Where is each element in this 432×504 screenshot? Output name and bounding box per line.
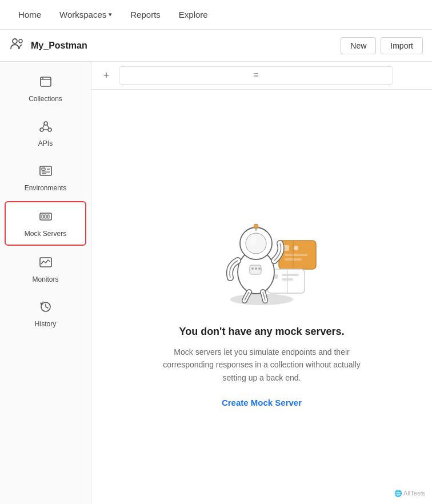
- sidebar-item-apis[interactable]: APIs: [5, 112, 86, 154]
- import-button[interactable]: Import: [381, 37, 423, 54]
- main-layout: Collections APIs: [0, 62, 432, 504]
- astronaut-illustration: [199, 186, 325, 312]
- add-tab-button[interactable]: +: [98, 67, 114, 83]
- nav-explore[interactable]: Explore: [170, 5, 217, 24]
- svg-line-6: [42, 125, 44, 129]
- mock-servers-icon: [38, 209, 53, 226]
- sidebar-item-environments[interactable]: Environments: [5, 157, 86, 199]
- monitors-label: Monitors: [32, 275, 58, 283]
- nav-home[interactable]: Home: [9, 5, 50, 24]
- sidebar-item-history[interactable]: History: [5, 293, 86, 335]
- sidebar-item-mock-servers[interactable]: Mock Servers: [5, 201, 86, 246]
- svg-line-7: [47, 125, 49, 129]
- svg-point-40: [255, 267, 257, 270]
- svg-point-35: [250, 236, 257, 245]
- svg-rect-29: [282, 274, 299, 276]
- history-icon: [38, 299, 53, 317]
- monitors-icon: [38, 255, 53, 272]
- mock-servers-label: Mock Servers: [25, 230, 66, 238]
- environments-label: Environments: [25, 184, 66, 192]
- svg-point-5: [48, 128, 51, 131]
- apis-label: APIs: [38, 139, 53, 147]
- svg-rect-16: [45, 215, 46, 218]
- workspace-actions: New Import: [341, 37, 423, 54]
- chevron-down-icon: ▾: [109, 11, 112, 18]
- svg-rect-15: [42, 215, 43, 218]
- svg-rect-2: [41, 77, 51, 86]
- history-label: History: [35, 320, 56, 328]
- svg-rect-24: [285, 254, 307, 256]
- svg-point-3: [44, 122, 47, 125]
- workspace-name: My_Postman: [31, 41, 87, 51]
- apis-icon: [38, 119, 53, 136]
- empty-description: Mock servers let you simulate endpoints …: [153, 346, 370, 384]
- svg-point-34: [246, 233, 266, 254]
- sidebar-item-collections[interactable]: Collections: [5, 67, 86, 110]
- svg-rect-10: [42, 168, 45, 170]
- sidebar-item-monitors[interactable]: Monitors: [5, 248, 86, 290]
- workspace-icon: [9, 36, 25, 55]
- svg-point-41: [258, 267, 261, 270]
- svg-point-0: [13, 39, 17, 43]
- svg-point-4: [40, 128, 43, 131]
- new-button[interactable]: New: [341, 37, 376, 54]
- svg-point-23: [294, 246, 298, 250]
- content-area: + ≡: [91, 62, 432, 504]
- empty-title: You don't have any mock servers.: [179, 326, 344, 338]
- svg-rect-17: [47, 215, 49, 218]
- watermark-icon: 🌐: [394, 490, 403, 497]
- nav-reports[interactable]: Reports: [121, 5, 170, 24]
- tab-bar: + ≡: [91, 62, 432, 90]
- sidebar: Collections APIs: [0, 62, 91, 504]
- filter-bar[interactable]: ≡: [119, 66, 393, 85]
- collections-icon: [38, 74, 53, 91]
- filter-icon: ≡: [253, 70, 258, 81]
- workspace-info: My_Postman: [9, 36, 87, 55]
- watermark: 🌐 AllTests: [394, 490, 425, 497]
- workspace-header: My_Postman New Import: [0, 30, 432, 62]
- environments-icon: [38, 163, 53, 181]
- create-mock-server-link[interactable]: Create Mock Server: [222, 398, 302, 407]
- collections-label: Collections: [29, 95, 62, 103]
- top-navigation: Home Workspaces ▾ Reports Explore: [0, 0, 432, 30]
- empty-state: You don't have any mock servers. Mock se…: [91, 90, 432, 504]
- svg-point-39: [251, 267, 254, 270]
- nav-workspaces[interactable]: Workspaces ▾: [50, 5, 121, 24]
- svg-point-1: [19, 39, 22, 43]
